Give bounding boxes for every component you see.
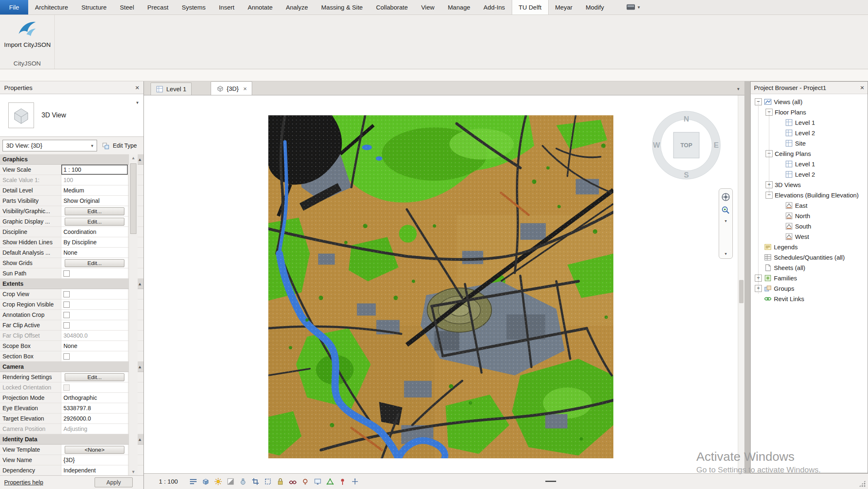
displacement-sets-icon[interactable] <box>350 476 361 487</box>
resize-grip-icon[interactable] <box>859 480 866 487</box>
scrollbar-thumb[interactable] <box>130 163 136 234</box>
menu-tab-file[interactable]: File <box>0 0 28 15</box>
property-value[interactable]: 5338797.8 <box>61 403 128 413</box>
checkbox[interactable] <box>63 291 70 297</box>
navbar-expand-icon[interactable]: ▾ <box>725 251 727 256</box>
property-value[interactable]: Show Original <box>61 196 128 206</box>
tab-list-chevron-icon[interactable]: ▾ <box>737 86 739 92</box>
menu-tab-add-ins[interactable]: Add-Ins <box>477 0 512 15</box>
checkbox[interactable] <box>63 302 70 308</box>
property-value[interactable]: Independent <box>61 465 128 475</box>
city-map-render[interactable] <box>268 115 613 458</box>
edit-button[interactable]: Edit... <box>65 259 124 267</box>
menu-tab-precast[interactable]: Precast <box>141 0 175 15</box>
menu-tab-analyze[interactable]: Analyze <box>279 0 314 15</box>
temporary-hide-isolate-icon[interactable] <box>287 476 299 487</box>
reveal-constraints-icon[interactable] <box>337 476 348 487</box>
type-selector[interactable]: 3D View ▾ <box>0 94 143 137</box>
tree-item-level-1[interactable]: Level 1 <box>751 159 868 169</box>
menu-tab-structure[interactable]: Structure <box>75 0 113 15</box>
properties-help-link[interactable]: Properties help <box>4 479 43 486</box>
viewcube-north-label[interactable]: N <box>684 115 689 123</box>
property-value[interactable]: None <box>61 341 128 351</box>
panel-splitter[interactable] <box>744 81 750 473</box>
tree-item-level-2[interactable]: Level 2 <box>751 128 868 138</box>
detail-level-icon[interactable] <box>188 476 199 487</box>
temporary-view-properties-icon[interactable] <box>312 476 323 487</box>
menu-tab-manage[interactable]: Manage <box>441 0 477 15</box>
import-cityjson-button[interactable]: Import CityJSON <box>2 17 52 50</box>
viewcube-west-label[interactable]: W <box>653 141 660 149</box>
edit-button[interactable]: Edit... <box>65 207 124 215</box>
navigation-wheel-icon[interactable] <box>721 192 731 202</box>
property-value[interactable] <box>61 268 128 278</box>
tree-item-legends[interactable]: Legends <box>751 242 868 252</box>
property-value[interactable] <box>61 289 128 299</box>
chevron-down-icon[interactable]: ▾ <box>725 219 727 223</box>
menu-tab-modify[interactable]: Modify <box>579 0 610 15</box>
tree-item-3d-views[interactable]: +3D Views <box>751 180 868 190</box>
menu-tab-meyar[interactable]: Meyar <box>549 0 579 15</box>
tree-item-level-2[interactable]: Level 2 <box>751 169 868 180</box>
zoom-icon[interactable] <box>721 205 731 215</box>
scrollbar-thumb[interactable] <box>739 280 744 303</box>
menu-tab-collaborate[interactable]: Collaborate <box>370 0 415 15</box>
checkbox[interactable] <box>63 353 70 360</box>
ribbon-options-button[interactable]: ▾ <box>622 0 644 15</box>
menu-tab-view[interactable]: View <box>414 0 441 15</box>
tree-item-site[interactable]: Site <box>751 138 868 148</box>
shadows-icon[interactable] <box>225 476 236 487</box>
section-header-identity-data[interactable]: Identity Data▴ <box>0 434 143 445</box>
tree-item-views-all[interactable]: −Views (all) <box>751 97 868 107</box>
menu-tab-massing-site[interactable]: Massing & Site <box>315 0 370 15</box>
tree-item-south[interactable]: South <box>751 221 868 231</box>
property-value[interactable]: Edit... <box>61 258 128 268</box>
scale-button[interactable]: 1 : 100 <box>159 478 178 485</box>
view-tab-3d[interactable]: {3D} × <box>211 81 252 95</box>
close-icon[interactable]: × <box>860 84 864 91</box>
tree-item-floor-plans[interactable]: −Floor Plans <box>751 107 868 117</box>
status-divider-handle[interactable] <box>545 481 556 482</box>
section-header-camera[interactable]: Camera▴ <box>0 362 143 372</box>
property-value[interactable] <box>61 382 128 392</box>
reveal-hidden-elements-icon[interactable] <box>300 476 311 487</box>
show-crop-region-icon[interactable] <box>263 476 274 487</box>
property-value[interactable]: {3D} <box>61 455 128 465</box>
section-header-graphics[interactable]: Graphics▴ <box>0 154 143 165</box>
tree-item-families[interactable]: +Families <box>751 273 868 283</box>
3d-view-canvas[interactable]: N W E S TOP ▾ ▾ <box>144 95 744 473</box>
checkbox[interactable] <box>63 322 70 328</box>
scroll-down-icon[interactable]: ▼ <box>129 468 138 475</box>
scroll-up-icon[interactable]: ▲ <box>129 154 138 161</box>
show-analytical-model-icon[interactable] <box>325 476 336 487</box>
viewcube-south-label[interactable]: S <box>684 171 689 179</box>
tree-item-groups[interactable]: +Groups <box>751 283 868 294</box>
close-icon[interactable]: × <box>135 84 139 91</box>
property-value[interactable] <box>61 310 128 320</box>
property-value[interactable]: 2926000.0 <box>61 414 128 423</box>
menu-tab-steel[interactable]: Steel <box>113 0 141 15</box>
checkbox[interactable] <box>63 270 70 277</box>
edit-button[interactable]: <None> <box>65 446 124 454</box>
properties-scrollbar[interactable]: ▲ ▼ <box>129 154 138 475</box>
section-header-extents[interactable]: Extents▴ <box>0 279 143 289</box>
view-tab-level-1[interactable]: Level 1 <box>151 83 192 95</box>
property-value[interactable]: Edit... <box>61 206 128 216</box>
view-selector-dropdown[interactable]: 3D View: {3D} ▾ <box>2 140 97 151</box>
property-value[interactable] <box>61 320 128 330</box>
property-value[interactable]: Coordination <box>61 227 128 237</box>
crop-view-icon[interactable] <box>250 476 261 487</box>
close-icon[interactable]: × <box>243 85 247 92</box>
canvas-scrollbar[interactable] <box>738 95 744 473</box>
property-value[interactable]: <None> <box>61 445 128 455</box>
menu-tab-annotate[interactable]: Annotate <box>241 0 279 15</box>
visual-style-icon[interactable] <box>200 476 212 487</box>
property-value[interactable]: None <box>61 248 128 258</box>
tree-item-sheets-all[interactable]: Sheets (all) <box>751 263 868 273</box>
property-value[interactable]: Edit... <box>61 217 128 226</box>
show-rendering-dialog-icon[interactable] <box>238 476 249 487</box>
property-value[interactable]: By Discipline <box>61 237 128 247</box>
property-value[interactable]: 100 <box>61 175 128 185</box>
tree-item-west[interactable]: West <box>751 231 868 242</box>
tree-item-revit-links[interactable]: Revit Links <box>751 294 868 304</box>
